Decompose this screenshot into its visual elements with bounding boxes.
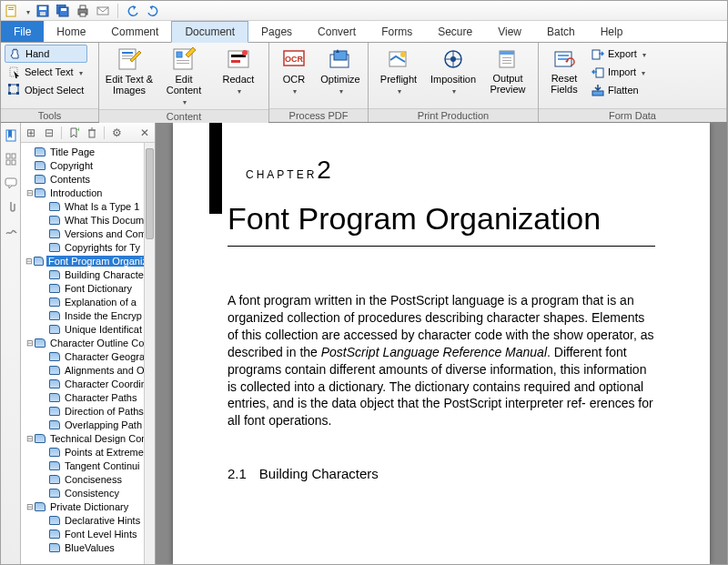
- import-dropdown[interactable]: [640, 66, 645, 77]
- tree-twisty[interactable]: ⊟: [25, 257, 34, 266]
- delete-bookmark-icon[interactable]: [86, 126, 98, 139]
- tree-twisty[interactable]: ⊟: [25, 434, 35, 443]
- bookmark-item[interactable]: Tangent Continui: [21, 459, 155, 472]
- import-label: Import: [608, 66, 636, 77]
- save-all-icon[interactable]: [56, 4, 70, 18]
- flatten-button[interactable]: Flatten: [588, 81, 650, 99]
- tab-batch[interactable]: Batch: [534, 21, 588, 42]
- bookmark-item[interactable]: BlueValues: [21, 540, 155, 554]
- imposition-dropdown[interactable]: [450, 85, 456, 96]
- close-panel-icon[interactable]: ✕: [138, 126, 151, 139]
- undo-icon[interactable]: [126, 4, 140, 18]
- edit-content-dropdown[interactable]: [181, 96, 187, 107]
- bookmark-item[interactable]: Declarative Hints: [21, 513, 155, 527]
- export-dropdown[interactable]: [641, 48, 646, 59]
- edit-content-button[interactable]: Edit Content: [157, 45, 210, 109]
- bookmark-item[interactable]: Alignments and O: [21, 363, 155, 377]
- attachments-panel-icon[interactable]: [4, 199, 18, 214]
- optimize-button[interactable]: Optimize: [317, 45, 364, 98]
- mail-icon[interactable]: [96, 4, 110, 18]
- bookmark-item[interactable]: Overlapping Path: [21, 418, 155, 431]
- tab-file[interactable]: File: [1, 21, 44, 42]
- tab-view[interactable]: View: [485, 21, 534, 42]
- new-doc-icon[interactable]: [5, 4, 19, 18]
- ocr-button[interactable]: OCR OCR: [273, 45, 315, 98]
- tab-home[interactable]: Home: [44, 21, 98, 42]
- tab-forms[interactable]: Forms: [369, 21, 425, 42]
- collapse-all-icon[interactable]: ⊟: [43, 126, 56, 139]
- bookmarks-scroll-thumb[interactable]: [146, 148, 154, 239]
- bookmark-item[interactable]: What This Docum: [21, 213, 155, 227]
- bookmark-item[interactable]: ⊟Introduction: [21, 186, 155, 199]
- select-text-dropdown[interactable]: [77, 66, 83, 77]
- bookmark-item[interactable]: Direction of Paths: [21, 404, 155, 418]
- preflight-dropdown[interactable]: [396, 85, 401, 96]
- hand-tool-button[interactable]: Hand: [5, 45, 87, 63]
- bookmark-item[interactable]: Building Characte: [21, 267, 155, 281]
- bookmarks-panel-icon[interactable]: [4, 128, 18, 143]
- output-preview-button[interactable]: OutputPreview: [481, 45, 534, 96]
- bookmark-options-icon[interactable]: ⚙: [110, 126, 123, 139]
- bookmark-item[interactable]: Versions and Com: [21, 227, 155, 240]
- bookmark-item[interactable]: Consistency: [21, 486, 155, 499]
- optimize-dropdown[interactable]: [338, 85, 343, 96]
- bookmark-icon: [49, 243, 60, 252]
- bookmark-item[interactable]: Font Dictionary: [21, 281, 155, 295]
- bookmark-item[interactable]: Character Geogra: [21, 349, 155, 363]
- bookmark-item[interactable]: Explanation of a: [21, 295, 155, 308]
- bookmark-item[interactable]: What Is a Type 1: [21, 199, 155, 213]
- tree-twisty[interactable]: ⊟: [25, 338, 35, 348]
- bookmark-item[interactable]: Character Paths: [21, 390, 155, 404]
- bookmark-item[interactable]: Copyright: [21, 158, 155, 172]
- thumbnails-panel-icon[interactable]: [4, 152, 18, 166]
- tab-pages[interactable]: Pages: [248, 21, 305, 42]
- bookmark-item[interactable]: Inside the Encryp: [21, 308, 155, 322]
- bookmark-item[interactable]: ⊟Private Dictionary: [21, 499, 155, 513]
- bookmark-item[interactable]: Character Coordin: [21, 377, 155, 390]
- svg-rect-20: [122, 52, 133, 54]
- export-button[interactable]: Export: [588, 45, 650, 63]
- imposition-button[interactable]: Imposition: [427, 45, 480, 98]
- tab-help[interactable]: Help: [588, 21, 636, 42]
- tree-twisty[interactable]: ⊟: [25, 502, 35, 511]
- print-icon[interactable]: [76, 4, 90, 18]
- tree-twisty[interactable]: ⊟: [25, 188, 35, 197]
- new-bookmark-icon[interactable]: +: [67, 126, 80, 139]
- bookmark-item[interactable]: ⊟Font Program Organiza: [21, 254, 155, 267]
- tab-convert[interactable]: Convert: [305, 21, 369, 42]
- object-select-button[interactable]: Object Select: [5, 81, 87, 99]
- new-doc-dropdown[interactable]: [25, 5, 30, 17]
- bookmark-item[interactable]: ⊟Technical Design Cons: [21, 431, 155, 445]
- preflight-button[interactable]: Preflight: [372, 45, 425, 98]
- reset-fields-button[interactable]: ResetFields: [542, 45, 586, 96]
- redo-icon[interactable]: [146, 4, 160, 18]
- edit-text-images-button[interactable]: Edit Text & Images: [103, 45, 156, 97]
- bookmarks-scrollbar[interactable]: [144, 143, 155, 564]
- redact-dropdown[interactable]: [236, 85, 241, 96]
- redact-button[interactable]: Redact: [212, 45, 265, 98]
- tab-comment[interactable]: Comment: [98, 21, 171, 42]
- bookmark-item[interactable]: Unique Identificat: [21, 322, 155, 336]
- select-text-button[interactable]: Select Text: [5, 63, 87, 81]
- bookmark-item[interactable]: ⊟Character Outline Con: [21, 336, 155, 349]
- chapter-black-bar: [209, 123, 222, 214]
- bookmark-label: Private Dictionary: [48, 501, 130, 512]
- document-viewport[interactable]: CHAPTER2 Font Program Organization A fon…: [156, 123, 727, 564]
- tab-document[interactable]: Document: [171, 21, 248, 43]
- bookmark-icon: [49, 311, 60, 320]
- expand-all-icon[interactable]: ⊞: [25, 126, 37, 139]
- import-button[interactable]: Import: [588, 63, 650, 81]
- signatures-panel-icon[interactable]: [4, 223, 18, 237]
- bookmark-label: Font Program Organiza: [46, 256, 155, 267]
- ribbon-group-label-process: Process PDF: [269, 108, 368, 122]
- bookmark-item[interactable]: Copyrights for Ty: [21, 240, 155, 254]
- bookmark-item[interactable]: Contents: [21, 172, 155, 186]
- comments-panel-icon[interactable]: [4, 176, 18, 190]
- bookmark-item[interactable]: Points at Extreme: [21, 445, 155, 459]
- tab-secure[interactable]: Secure: [425, 21, 485, 42]
- ocr-dropdown[interactable]: [291, 85, 297, 96]
- bookmark-item[interactable]: Conciseness: [21, 472, 155, 486]
- bookmark-item[interactable]: Title Page: [21, 145, 155, 158]
- save-icon[interactable]: [35, 4, 50, 18]
- bookmark-item[interactable]: Font Level Hints: [21, 527, 155, 540]
